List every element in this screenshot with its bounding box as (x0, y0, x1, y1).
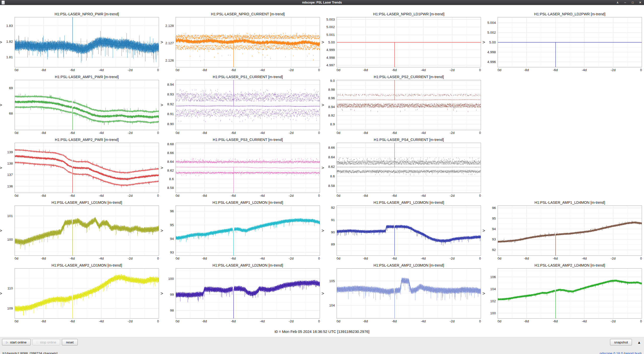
x-tick-label: -8d (524, 68, 529, 72)
x-tick-label: -4d (421, 319, 426, 323)
plot-canvas[interactable] (15, 17, 159, 67)
reset-label: reset (66, 340, 73, 344)
x-tick-label: -8d (363, 131, 368, 135)
window-title: ndscope: PSL Laser Trends (0, 1, 644, 4)
shade-icon[interactable]: ∧ (614, 0, 621, 5)
plot-canvas[interactable] (337, 17, 481, 67)
x-axis: 0d-8d-6d-4d-2d0 (15, 256, 159, 262)
y-axis: V8.588.68.628.648.668.68 (161, 143, 176, 193)
plot-cell: H1:PSL-LASER_AMP2_LD2MON [m-trend]V98991… (161, 263, 322, 326)
y-tick-label: 96 (170, 209, 174, 213)
y-tick-label: 94 (170, 237, 174, 240)
plot-canvas[interactable] (15, 268, 159, 319)
x-tick-label: -4d (99, 257, 104, 260)
x-tick-label: -4d (99, 131, 104, 135)
plot-canvas[interactable] (15, 80, 159, 130)
x-tick-label: -2d (289, 319, 294, 323)
x-tick-label: 0d (176, 131, 179, 135)
plot-title: H1:PSL-LASER_PS1_CURRENT [m-trend] (176, 74, 320, 80)
x-tick-label: -4d (421, 131, 426, 135)
plot-canvas[interactable] (337, 143, 481, 193)
x-tick-label: -6d (392, 131, 397, 135)
x-tick-label: -8d (524, 319, 529, 323)
plot-canvas[interactable] (176, 17, 320, 67)
y-axis-label: V (321, 292, 325, 294)
plot-canvas[interactable] (337, 206, 481, 256)
plot-cell: H1:PSL-LASER_PS3_CURRENT [m-trend]V8.588… (161, 137, 322, 200)
plot-canvas[interactable] (176, 80, 320, 130)
x-tick-label: 0 (479, 131, 481, 135)
plot-canvas[interactable] (15, 206, 159, 256)
x-tick-label: 0d (15, 131, 18, 135)
plot-canvas[interactable] (498, 206, 642, 256)
x-tick-label: -4d (99, 194, 104, 197)
plot-canvas[interactable] (176, 143, 320, 193)
plot-canvas[interactable] (337, 80, 481, 130)
x-tick-label: -6d (231, 194, 236, 197)
y-tick-label: 5.00 (489, 40, 496, 44)
maximize-icon[interactable]: □ (629, 0, 636, 5)
plot-canvas[interactable] (498, 17, 642, 67)
x-axis: 0d-8d-6d-4d-2d0 (337, 256, 481, 262)
report-bug-link[interactable]: report bug (625, 351, 640, 354)
y-tick-label: 8.64 (167, 160, 174, 163)
snapshot-button[interactable]: snapshot (610, 339, 632, 345)
y-axis-label: V (160, 167, 164, 169)
plot-title: H1:PSL-LASER_NPRO_CURRENT [m-trend] (176, 12, 320, 17)
y-tick-label: 4.998 (487, 50, 496, 54)
plot-title: H1:PSL-LASER_NPRO_LD1PWR [m-trend] (337, 12, 481, 17)
y-tick-label: 8.92 (167, 102, 174, 106)
y-tick-label: 99 (170, 292, 174, 296)
y-tick-label: 8.66 (167, 151, 174, 155)
y-tick-label: 100 (490, 311, 496, 315)
plot-title: H1:PSL-LASER_AMP1_LD4MON [m-trend] (498, 200, 642, 206)
plot-canvas[interactable] (15, 143, 159, 193)
plot-title: H1:PSL-LASER_AMP1_PWR [m-trend] (15, 74, 159, 80)
x-tick-label: 0d (15, 68, 18, 72)
plot-canvas[interactable] (498, 268, 642, 319)
plot-cell: H1:PSL-LASER_AMP1_LD1MON [m-trend]V10010… (0, 200, 161, 263)
start-online-button[interactable]: ▷ start online (2, 339, 31, 345)
x-tick-label: -4d (421, 194, 426, 197)
y-tick-label: 109 (7, 307, 13, 310)
x-tick-label: -6d (231, 131, 236, 135)
x-axis: 0d-8d-6d-4d-2d0 (176, 319, 320, 325)
y-tick-label: 4.999 (326, 48, 335, 52)
expand-panel-icon[interactable]: ▲ (636, 340, 642, 344)
plot-title: H1:PSL-LASER_AMP1_LD3MON [m-trend] (337, 200, 481, 206)
plot-title: H1:PSL-LASER_AMP1_LD1MON [m-trend] (15, 200, 159, 206)
y-axis: V8.588.68.628.648.66 (322, 143, 337, 193)
y-tick-label: 9.0 (330, 79, 335, 83)
y-tick-label: 8.62 (167, 168, 174, 172)
x-tick-label: -6d (70, 131, 75, 135)
plot-cell: H1:PSL-LASER_NPRO_PWR [m-trend]V1.811.82… (0, 12, 161, 74)
x-tick-label: -4d (421, 257, 426, 260)
y-tick-label: 138 (7, 162, 13, 165)
y-tick-label: 91 (331, 218, 335, 222)
close-icon[interactable]: ✕ (636, 0, 644, 5)
y-tick-label: 5.00 (328, 40, 335, 44)
y-tick-label: 93 (492, 237, 496, 241)
x-tick-label: -8d (41, 194, 46, 197)
minimize-icon[interactable]: – (621, 0, 629, 5)
plot-cell: H1:PSL-LASER_NPRO_LD2PWR [m-trend]V4.996… (483, 12, 644, 74)
plot-area (15, 268, 159, 319)
plot-canvas[interactable] (176, 206, 320, 256)
y-tick-label: 8.58 (167, 186, 174, 190)
plot-area (337, 80, 481, 130)
plot-cell: H1:PSL-LASER_AMP2_LD3MON [m-trend]V10410… (322, 263, 483, 326)
x-tick-label: -8d (524, 257, 529, 260)
y-axis-label: V (482, 292, 486, 294)
y-axis-label: V (0, 167, 3, 169)
y-axis-label: V (321, 229, 325, 232)
reset-button[interactable]: reset (62, 339, 77, 345)
x-tick-label: -2d (128, 194, 133, 197)
x-tick-label: -6d (70, 257, 75, 260)
y-tick-label: 101 (7, 214, 13, 218)
plot-title: H1:PSL-LASER_AMP2_PWR [m-trend] (15, 137, 159, 143)
x-tick-label: 0d (498, 257, 501, 260)
plot-canvas[interactable] (337, 268, 481, 319)
y-tick-label: 137 (7, 173, 13, 177)
plot-canvas[interactable] (176, 268, 320, 319)
version-link[interactable]: ndscope 0.18.0 (599, 351, 623, 354)
